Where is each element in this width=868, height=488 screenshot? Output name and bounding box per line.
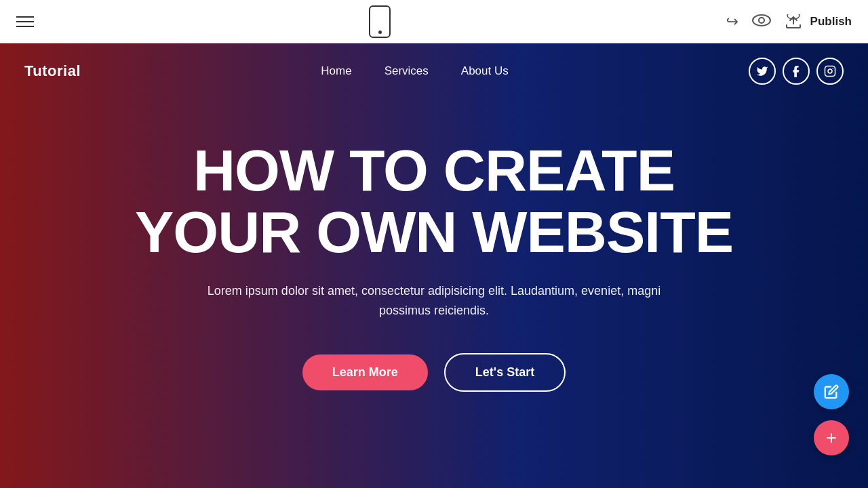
lets-start-button[interactable]: Let's Start (444, 353, 566, 392)
hero-subtitle: Lorem ipsum dolor sit amet, consectetur … (203, 281, 665, 321)
twitter-icon[interactable] (749, 58, 776, 85)
add-icon: + (826, 428, 837, 447)
svg-point-5 (832, 68, 833, 69)
site-logo[interactable]: Tutorial (24, 62, 81, 80)
toolbar: ↩ Publish (0, 0, 868, 43)
nav-link-home[interactable]: Home (321, 64, 351, 78)
hero-section: HOW TO CREATE YOUR OWN WEBSITE Lorem ips… (0, 43, 868, 488)
mobile-preview-icon[interactable] (369, 5, 391, 38)
preview-eye-icon[interactable] (752, 13, 771, 30)
svg-point-0 (753, 15, 770, 26)
undo-icon[interactable]: ↩ (726, 13, 738, 30)
hero-title-line2: YOUR OWN WEBSITE (135, 199, 733, 264)
publish-button[interactable]: Publish (785, 14, 852, 29)
add-fab-button[interactable]: + (814, 420, 849, 455)
social-icons (749, 58, 844, 85)
edit-fab-button[interactable] (814, 374, 849, 409)
hamburger-menu-icon[interactable] (16, 16, 34, 27)
nav-link-about[interactable]: About Us (461, 64, 509, 78)
publish-label: Publish (810, 15, 852, 28)
hero-cta-buttons: Learn More Let's Start (302, 353, 566, 392)
svg-point-4 (828, 69, 832, 73)
hero-title-line1: HOW TO CREATE (193, 138, 675, 203)
nav-link-services[interactable]: Services (384, 64, 429, 78)
svg-point-1 (759, 18, 764, 23)
learn-more-button[interactable]: Learn More (302, 354, 428, 390)
site-navigation: Tutorial Home Services About Us (0, 43, 868, 98)
nav-links: Home Services About Us (321, 64, 508, 78)
facebook-icon[interactable] (783, 58, 810, 85)
instagram-icon[interactable] (816, 58, 844, 85)
hero-title: HOW TO CREATE YOUR OWN WEBSITE (135, 140, 733, 262)
preview-area: Tutorial Home Services About Us (0, 43, 868, 488)
svg-rect-3 (825, 66, 835, 76)
